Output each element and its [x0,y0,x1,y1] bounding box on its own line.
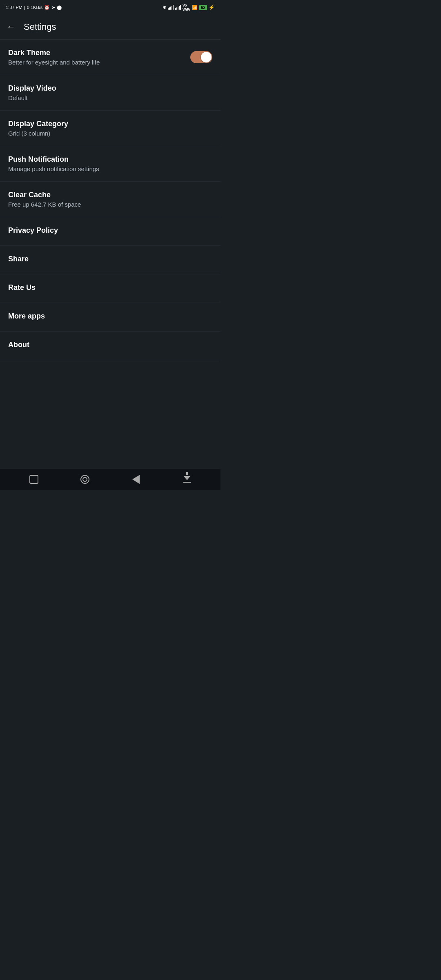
location-icon: ➤ [51,5,55,10]
settings-item-title-share: Share [8,255,212,263]
settings-item-more-apps[interactable]: More apps [0,303,220,332]
settings-item-title-privacy-policy: Privacy Policy [8,226,212,235]
settings-item-title-dark-theme: Dark Theme [8,49,100,57]
settings-item-row: Dark Theme Better for eyesight and batte… [8,49,212,66]
page-title: Settings [24,22,56,32]
recent-icon [29,475,38,484]
settings-list: Dark Theme Better for eyesight and batte… [0,40,220,360]
time: 1:37 PM [6,5,22,10]
status-bar: 1:37 PM | 0.1KB/s ⏰ ➤ ⬤ ✱ VoWiFi 📶 62 ⚡ [0,0,220,15]
settings-item-text: Dark Theme Better for eyesight and batte… [8,49,100,66]
settings-item-title-rate-us: Rate Us [8,283,212,292]
status-left: 1:37 PM | 0.1KB/s ⏰ ➤ ⬤ [6,5,62,10]
toggle-dark-theme[interactable] [190,51,212,63]
settings-item-display-video[interactable]: Display Video Default [0,75,220,111]
nav-bar [0,469,220,490]
recent-button[interactable] [28,474,40,485]
toggle-track [190,51,212,63]
settings-item-push-notification[interactable]: Push Notification Manage push notificati… [0,146,220,182]
bluetooth-icon: ✱ [163,5,166,10]
vowifi-icon: VoWiFi [183,3,190,11]
settings-item-about[interactable]: About [0,332,220,360]
back-button[interactable]: ← [7,22,16,32]
settings-item-title-about: About [8,341,212,349]
settings-item-title-clear-cache: Clear Cache [8,191,212,199]
settings-item-clear-cache[interactable]: Clear Cache Free up 642.7 KB of space [0,182,220,217]
signal-bars-2 [175,5,181,10]
settings-item-privacy-policy[interactable]: Privacy Policy [0,217,220,246]
settings-item-title-display-video: Display Video [8,84,212,93]
header: ← Settings [0,15,220,39]
settings-item-dark-theme[interactable]: Dark Theme Better for eyesight and batte… [0,40,220,75]
settings-item-subtitle-push-notification: Manage push notification settings [8,165,212,172]
dot-icon: ⬤ [57,5,62,10]
wifi-icon: 📶 [192,5,198,10]
more-button[interactable] [181,474,193,485]
alarm-icon: ⏰ [44,5,50,10]
settings-item-subtitle-dark-theme: Better for eyesight and battery life [8,59,100,66]
settings-item-title-push-notification: Push Notification [8,155,212,164]
settings-item-subtitle-display-video: Default [8,94,212,101]
settings-item-subtitle-clear-cache: Free up 642.7 KB of space [8,201,212,208]
separator: | [24,5,25,10]
back-nav-icon [132,475,140,484]
settings-item-rate-us[interactable]: Rate Us [0,274,220,303]
settings-item-title-display-category: Display Category [8,120,212,128]
status-right: ✱ VoWiFi 📶 62 ⚡ [163,3,215,11]
speed: 0.1KB/s [27,5,43,10]
back-nav-button[interactable] [130,474,142,485]
settings-item-subtitle-display-category: Grid (3 column) [8,130,212,137]
signal-bars-1 [168,5,174,10]
home-icon [80,475,89,484]
settings-item-share[interactable]: Share [0,246,220,274]
settings-item-title-more-apps: More apps [8,312,212,321]
charging-icon: ⚡ [209,4,215,10]
settings-item-display-category[interactable]: Display Category Grid (3 column) [0,111,220,146]
battery-icon: 62 [199,5,207,10]
more-icon [183,476,191,483]
toggle-thumb [201,52,212,62]
home-button[interactable] [79,474,91,485]
